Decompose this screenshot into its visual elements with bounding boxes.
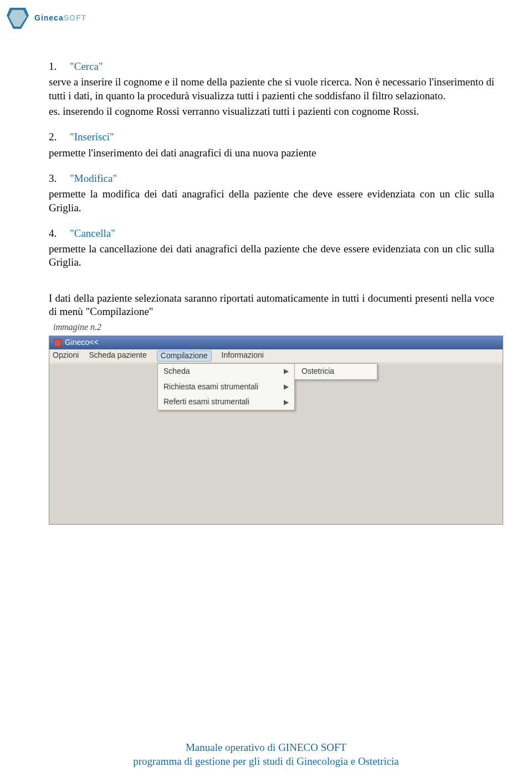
dropdown-item-label: Referti esami strumentali <box>163 397 249 407</box>
menu-opzioni[interactable]: Opzioni <box>53 351 79 362</box>
list-number: 4. <box>49 227 57 239</box>
section-modifica: 3. "Modifica" permette la modifica dei d… <box>49 172 494 215</box>
list-number: 3. <box>49 172 57 184</box>
paragraph: permette la cancellazione dei dati anagr… <box>49 242 494 270</box>
app-workspace: Scheda ▶ Richiesta esami strumentali ▶ R… <box>49 363 503 524</box>
menu-compilazione[interactable]: Compilazione <box>157 351 212 362</box>
paragraph: permette l'inserimento dei dati anagrafi… <box>49 146 494 160</box>
paragraph: serve a inserire il cognome e il nome de… <box>49 75 494 103</box>
document-body: 1. "Cerca" serve a inserire il cognome e… <box>49 60 494 525</box>
menu-informazioni[interactable]: Informazioni <box>222 351 264 362</box>
section-keyword-cerca: "Cerca" <box>70 60 103 72</box>
footer-line2: programma di gestione per gli studi di G… <box>0 754 532 769</box>
window-titlebar: Gineco<< <box>49 336 503 349</box>
app-icon <box>54 339 62 347</box>
footer-line1: Manuale operativo di GINECO SOFT <box>0 740 532 755</box>
dropdown-item-label: Richiesta esami strumentali <box>163 382 258 392</box>
logo-mark-icon <box>4 4 31 31</box>
submenu-item-ostetricia[interactable]: Ostetricia <box>295 364 377 379</box>
paragraph: es. inserendo il cognome Rossi verranno … <box>49 105 494 118</box>
section-cancella: 4. "Cancella" permette la cancellazione … <box>49 227 494 270</box>
image-caption: immagine n.2 <box>53 322 494 333</box>
paragraph: permette la modifica dei dati anagrafici… <box>49 187 494 215</box>
window-title: Gineco<< <box>65 338 99 348</box>
dropdown-item-scheda[interactable]: Scheda ▶ <box>158 364 294 379</box>
list-number: 1. <box>49 60 57 72</box>
menubar: Opzioni Scheda paziente Compilazione Inf… <box>49 349 503 363</box>
logo-text: GinecaSOFT <box>34 13 86 22</box>
section-inserisci: 2. "Inserisci" permette l'inserimento de… <box>49 130 494 160</box>
menu-scheda-paziente[interactable]: Scheda paziente <box>89 351 146 362</box>
app-screenshot: Gineco<< Opzioni Scheda paziente Compila… <box>49 336 503 525</box>
chevron-right-icon: ▶ <box>284 383 289 391</box>
submenu-scheda: Ostetricia <box>294 363 377 380</box>
dropdown-item-referti[interactable]: Referti esami strumentali ▶ <box>158 394 294 410</box>
dropdown-item-label: Scheda <box>163 367 190 377</box>
chevron-right-icon: ▶ <box>284 398 289 407</box>
dropdown-compilazione: Scheda ▶ Richiesta esami strumentali ▶ R… <box>157 363 295 411</box>
header-logo: GinecaSOFT <box>4 4 86 31</box>
section-keyword-inserisci: "Inserisci" <box>70 131 114 143</box>
section-keyword-cancella: "Cancella" <box>70 227 115 239</box>
dropdown-item-richiesta[interactable]: Richiesta esami strumentali ▶ <box>158 379 294 395</box>
list-number: 2. <box>49 131 57 143</box>
chevron-right-icon: ▶ <box>284 367 289 375</box>
final-note: I dati della paziente selezionata sarann… <box>49 292 494 319</box>
page-footer: Manuale operativo di GINECO SOFT program… <box>0 740 532 769</box>
section-cerca: 1. "Cerca" serve a inserire il cognome e… <box>49 60 494 118</box>
section-keyword-modifica: "Modifica" <box>70 172 117 184</box>
